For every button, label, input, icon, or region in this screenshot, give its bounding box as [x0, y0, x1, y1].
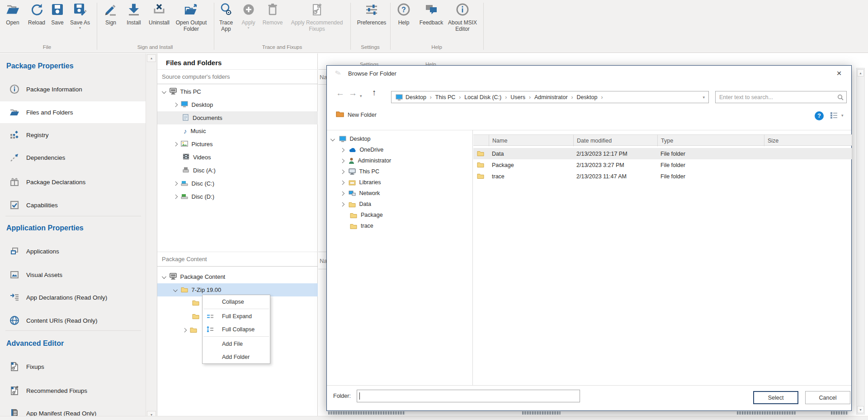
dialog-tree-desktop[interactable]: Desktop — [327, 134, 370, 144]
apply-recommended-fixups-button[interactable]: Apply Recommended Fixups — [289, 3, 344, 32]
remove-button[interactable]: Remove — [259, 3, 286, 26]
breadcrumb-segment[interactable]: Desktop — [406, 94, 426, 100]
sidebar-item-package-declarations[interactable]: Package Declarations — [0, 171, 146, 193]
breadcrumb-segment[interactable]: Desktop — [577, 94, 598, 100]
list-row-package[interactable]: Package 2/13/2023 3:27 PM File folder — [473, 159, 852, 171]
column-header-name[interactable]: Name — [489, 135, 573, 146]
chevron-right-icon[interactable] — [183, 328, 187, 332]
tree-item-documents[interactable]: Documents — [157, 111, 318, 124]
sidebar-item-visual-assets[interactable]: Visual Assets — [0, 264, 146, 286]
scroll-up-icon[interactable]: ▴ — [147, 54, 156, 62]
sidebar-item-applications[interactable]: Applications — [0, 240, 146, 262]
open-output-folder-button[interactable]: Open Output Folder — [173, 3, 210, 32]
dialog-tree-libraries[interactable]: Libraries — [327, 177, 381, 188]
dialog-tree-package[interactable]: Package — [327, 210, 383, 220]
chevron-right-icon[interactable] — [340, 169, 344, 173]
history-dropdown-icon[interactable]: ▾ — [360, 91, 362, 100]
view-mode-icon[interactable] — [830, 112, 838, 120]
menu-item-collapse[interactable]: Collapse — [203, 295, 270, 308]
uninstall-button[interactable]: Uninstall — [145, 3, 174, 26]
chevron-down-icon[interactable] — [162, 275, 166, 279]
breadcrumb-segment[interactable]: Local Disk (C:) — [464, 94, 501, 100]
sidebar-scrollbar[interactable]: ▴ ▾ — [146, 53, 157, 420]
breadcrumb-segment[interactable]: Administrator — [534, 94, 568, 100]
sidebar-item-recommended-fixups[interactable]: Recommended Fixups — [0, 380, 146, 401]
back-icon[interactable]: ← — [336, 89, 344, 98]
scroll-up-icon[interactable]: ▴ — [857, 69, 864, 76]
chevron-right-icon[interactable] — [340, 180, 344, 184]
chevron-right-icon[interactable] — [340, 158, 344, 162]
preferences-button[interactable]: Preferences — [353, 3, 391, 26]
chevron-down-icon[interactable] — [162, 90, 166, 94]
select-button[interactable]: Select — [753, 391, 798, 404]
save-as-button[interactable]: Save As ▾ — [67, 3, 93, 30]
cancel-button[interactable]: Cancel — [805, 391, 850, 404]
tree-item-music[interactable]: ♪ Music — [157, 124, 318, 138]
dialog-tree-onedrive[interactable]: OneDrive — [327, 144, 383, 155]
dialog-tree-network[interactable]: Network — [327, 188, 380, 199]
menu-item-full-expand[interactable]: Full Expand — [203, 310, 270, 323]
tree-item-desktop[interactable]: Desktop — [157, 98, 318, 111]
dialog-help-icon[interactable]: ? — [815, 111, 824, 120]
breadcrumb-dropdown-icon[interactable]: ▾ — [703, 95, 705, 100]
sidebar-item-files-and-folders[interactable]: Files and Folders — [0, 101, 146, 123]
tree-item-disc-a[interactable]: Disc (A:) — [157, 164, 318, 177]
column-header-size[interactable]: Size — [764, 135, 852, 146]
chevron-right-icon[interactable] — [174, 181, 178, 186]
search-input[interactable] — [719, 92, 832, 102]
chevron-right-icon[interactable] — [340, 191, 344, 195]
new-folder-button[interactable]: New Folder — [336, 111, 377, 119]
content-scrollbar[interactable]: ▴ ▾ — [856, 68, 865, 415]
tree-item-videos[interactable]: Videos — [157, 151, 318, 164]
close-icon[interactable]: × — [832, 67, 846, 79]
tree-item-disc-d[interactable]: Disc (D:) — [157, 190, 318, 203]
sidebar-item-app-declarations[interactable]: App Declarations (Read Only) — [0, 286, 146, 308]
apply-button[interactable]: Apply ▾ — [238, 3, 259, 30]
dialog-tree-this-pc[interactable]: This PC — [327, 166, 379, 177]
chevron-down-icon[interactable] — [174, 288, 178, 292]
open-button[interactable]: Open — [3, 3, 23, 26]
view-mode-dropdown-icon[interactable]: ▾ — [841, 113, 844, 118]
folder-input[interactable] — [357, 390, 580, 402]
dialog-tree-data[interactable]: Data — [327, 199, 371, 210]
dialog-tree-administrator[interactable]: Administrator — [327, 155, 391, 166]
trace-app-button[interactable]: Trace App — [216, 3, 236, 32]
chevron-right-icon[interactable] — [340, 202, 344, 206]
up-icon[interactable]: ↑ — [372, 88, 377, 97]
menu-item-full-collapse[interactable]: Full Collapse — [203, 323, 270, 336]
sidebar-item-dependencies[interactable]: Dependencies — [0, 147, 146, 168]
chevron-right-icon[interactable] — [174, 195, 178, 199]
column-header-type[interactable]: Type — [657, 135, 764, 146]
tree-item-disc-c[interactable]: Disc (C:) — [157, 177, 318, 190]
sidebar-item-package-information[interactable]: Package Information — [0, 78, 146, 100]
tree-item-pictures[interactable]: Pictures — [157, 138, 318, 151]
chevron-down-icon[interactable] — [331, 137, 335, 141]
breadcrumb-segment[interactable]: Users — [510, 94, 525, 100]
save-as-dropdown-icon[interactable]: ▾ — [67, 26, 93, 30]
save-button[interactable]: Save — [48, 3, 67, 26]
tree-item-this-pc[interactable]: This PC — [157, 85, 318, 98]
menu-item-add-file[interactable]: Add File — [203, 337, 270, 350]
sidebar-item-capabilities[interactable]: Capabilities — [0, 194, 146, 216]
chevron-right-icon[interactable] — [340, 148, 344, 152]
sign-button[interactable]: Sign — [100, 3, 121, 26]
tree-list-splitter[interactable] — [472, 130, 473, 385]
scroll-down-icon[interactable]: ▾ — [857, 406, 864, 413]
forward-icon[interactable]: → — [349, 89, 357, 98]
sidebar-item-content-uris[interactable]: Content URIs (Read Only) — [0, 310, 146, 331]
chevron-right-icon[interactable] — [174, 103, 178, 107]
list-row-data[interactable]: Data 2/13/2023 12:17 PM File folder — [473, 148, 852, 159]
breadcrumb-segment[interactable]: This PC — [435, 94, 455, 100]
chevron-right-icon[interactable] — [174, 142, 178, 146]
about-msix-editor-button[interactable]: About MSIX Editor — [447, 3, 478, 32]
help-button[interactable]: ? Help — [394, 3, 414, 26]
sidebar-item-registry[interactable]: Registry — [0, 124, 146, 146]
column-header-date-modified[interactable]: Date modified — [573, 135, 657, 146]
search-icon[interactable] — [837, 94, 844, 102]
menu-item-add-folder[interactable]: Add Folder — [203, 350, 270, 363]
reload-button[interactable]: Reload — [25, 3, 48, 26]
install-button[interactable]: Install — [122, 3, 146, 26]
breadcrumb[interactable]: Desktop › This PC › Local Disk (C:) › Us… — [391, 91, 709, 103]
tree-item-package-content-root[interactable]: Package Content — [157, 270, 318, 283]
feedback-button[interactable]: Feedback — [416, 3, 447, 26]
